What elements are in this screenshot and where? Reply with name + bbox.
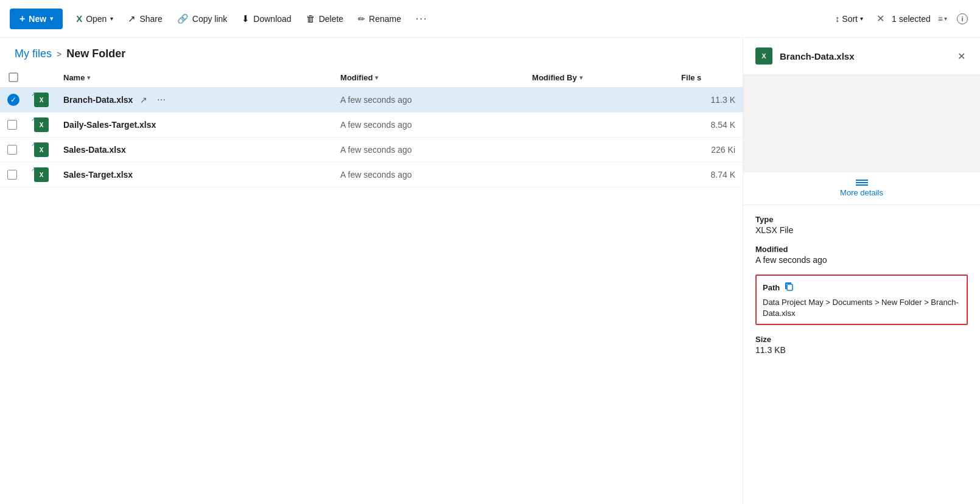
file-area: My files > New Folder Name ▾ <box>0 38 743 504</box>
row-filesize-cell: 8.74 K <box>674 163 743 187</box>
row-checkbox[interactable] <box>7 120 17 130</box>
row-modified-cell: A few seconds ago <box>333 88 525 113</box>
filesize-value: 11.3 K <box>711 95 735 105</box>
download-icon: ⬇ <box>242 13 250 24</box>
selected-info: 1 selected <box>892 14 931 24</box>
table-row[interactable]: ↗ Daily-Sales-Target.xlsx ↗ ⋯ A few seco… <box>0 113 743 138</box>
row-modified-cell: A few seconds ago <box>333 163 525 187</box>
details-line-1 <box>856 180 868 181</box>
panel-title: Branch-Data.xlsx <box>780 51 948 61</box>
sort-icon: ↕ <box>835 14 839 24</box>
row-icon-cell: ↗ <box>27 138 56 163</box>
row-filesize-cell: 226 Ki <box>674 138 743 163</box>
row-share-button[interactable]: ↗ <box>161 119 173 131</box>
row-name-cell: Branch-Data.xlsx ↗ ⋯ <box>56 88 333 113</box>
size-value: 11.3 KB <box>755 345 968 355</box>
file-name[interactable]: Sales-Target.xlsx <box>63 170 133 180</box>
more-details-button[interactable]: More details <box>743 172 980 205</box>
panel-close-button[interactable]: ✕ <box>955 48 968 65</box>
excel-file-icon: ↗ <box>34 93 49 107</box>
modified-value: A few seconds ago <box>340 120 412 130</box>
new-button[interactable]: + New ▾ <box>10 9 63 29</box>
row-actions: ↗ ⋯ <box>138 94 168 106</box>
share-icon: ↗ <box>128 13 136 24</box>
main-layout: My files > New Folder Name ▾ <box>0 38 980 504</box>
row-more-button[interactable]: ⋯ <box>155 169 168 181</box>
rename-button[interactable]: ✏ Rename <box>352 10 407 27</box>
info-button[interactable]: i <box>954 10 970 27</box>
copy-link-label: Copy link <box>192 14 228 24</box>
more-details-label: More details <box>840 188 883 197</box>
view-options-button[interactable]: ≡ ▾ <box>936 12 950 26</box>
breadcrumb-myfiles[interactable]: My files <box>15 47 52 60</box>
row-share-button[interactable]: ↗ <box>131 144 143 156</box>
select-all-checkbox[interactable] <box>7 72 19 82</box>
share-button[interactable]: ↗ Share <box>122 10 168 28</box>
open-button[interactable]: X Open ▾ <box>70 10 119 27</box>
path-label: Path <box>763 283 780 292</box>
chevron-down-icon: ▾ <box>50 15 53 22</box>
modified-col-label: Modified <box>340 73 373 82</box>
modified-value: A few seconds ago <box>340 170 412 180</box>
download-label: Download <box>253 14 291 24</box>
clear-selection-button[interactable]: ✕ <box>874 10 887 27</box>
modified-value: A few seconds ago <box>755 255 968 265</box>
panel-file-icon: X <box>755 47 772 65</box>
type-detail: Type XLSX File <box>755 215 968 235</box>
table-row[interactable]: ✓ ↗ Branch-Data.xlsx ↗ ⋯ A few seconds a… <box>0 88 743 113</box>
share-label: Share <box>139 14 162 24</box>
more-options-button[interactable]: ··· <box>410 10 433 28</box>
excel-file-icon: ↗ <box>34 117 49 132</box>
modified-by-col-header[interactable]: Modified By ▾ <box>525 68 674 88</box>
excel-icon <box>34 167 49 182</box>
selected-count: 1 selected <box>892 14 931 24</box>
modified-value: A few seconds ago <box>340 145 412 155</box>
row-name-cell: Sales-Data.xlsx ↗ ⋯ <box>56 138 333 163</box>
path-value: Data Project May > Documents > New Folde… <box>763 297 961 319</box>
rename-icon: ✏ <box>358 14 365 24</box>
filesize-col-label: File s <box>681 73 701 82</box>
details-line-2 <box>856 182 868 183</box>
breadcrumb-separator: > <box>57 49 61 59</box>
row-more-button[interactable]: ⋯ <box>178 119 191 131</box>
row-more-button[interactable]: ⋯ <box>148 144 161 156</box>
modified-by-col-label: Modified By <box>532 73 577 82</box>
modified-by-sort-icon: ▾ <box>579 74 583 81</box>
row-checkbox-cell <box>0 138 27 163</box>
modified-col-header[interactable]: Modified ▾ <box>333 68 525 88</box>
type-value: XLSX File <box>755 225 968 235</box>
link-icon: 🔗 <box>177 13 189 24</box>
details-line-3 <box>856 184 868 186</box>
copy-link-button[interactable]: 🔗 Copy link <box>171 10 234 28</box>
name-col-header[interactable]: Name ▾ <box>56 68 333 88</box>
table-row[interactable]: ↗ Sales-Target.xlsx ↗ ⋯ A few seconds ag… <box>0 163 743 187</box>
table-row[interactable]: ↗ Sales-Data.xlsx ↗ ⋯ A few seconds ago2… <box>0 138 743 163</box>
file-name[interactable]: Daily-Sales-Target.xlsx <box>63 120 156 130</box>
panel-header: X Branch-Data.xlsx ✕ <box>743 38 980 75</box>
row-more-button[interactable]: ⋯ <box>155 94 168 106</box>
svg-rect-1 <box>787 284 793 290</box>
right-panel: X Branch-Data.xlsx ✕ More details Type X… <box>743 38 980 504</box>
row-share-button[interactable]: ↗ <box>138 94 150 106</box>
row-checkbox[interactable] <box>7 145 17 155</box>
file-name[interactable]: Sales-Data.xlsx <box>63 145 126 155</box>
row-share-button[interactable]: ↗ <box>138 169 150 181</box>
excel-x-label: X <box>761 52 766 60</box>
toolbar: + New ▾ X Open ▾ ↗ Share 🔗 Copy link ⬇ D… <box>0 0 980 38</box>
row-checkbox-selected[interactable]: ✓ <box>7 94 19 106</box>
row-name-cell: Sales-Target.xlsx ↗ ⋯ <box>56 163 333 187</box>
sort-button[interactable]: ↕ Sort ▾ <box>829 10 869 27</box>
modified-value: A few seconds ago <box>340 95 412 105</box>
row-icon-cell: ↗ <box>27 88 56 113</box>
delete-button[interactable]: 🗑 Delete <box>300 10 349 27</box>
row-checkbox[interactable] <box>7 170 17 180</box>
download-button[interactable]: ⬇ Download <box>236 10 297 28</box>
new-label: New <box>29 14 46 24</box>
copy-path-button[interactable] <box>783 281 796 295</box>
file-name[interactable]: Branch-Data.xlsx <box>63 95 133 105</box>
size-label: Size <box>755 335 968 344</box>
row-icon-cell: ↗ <box>27 163 56 187</box>
info-icon: i <box>957 13 968 24</box>
row-modified-cell: A few seconds ago <box>333 113 525 138</box>
panel-details: Type XLSX File Modified A few seconds ag… <box>743 205 980 365</box>
